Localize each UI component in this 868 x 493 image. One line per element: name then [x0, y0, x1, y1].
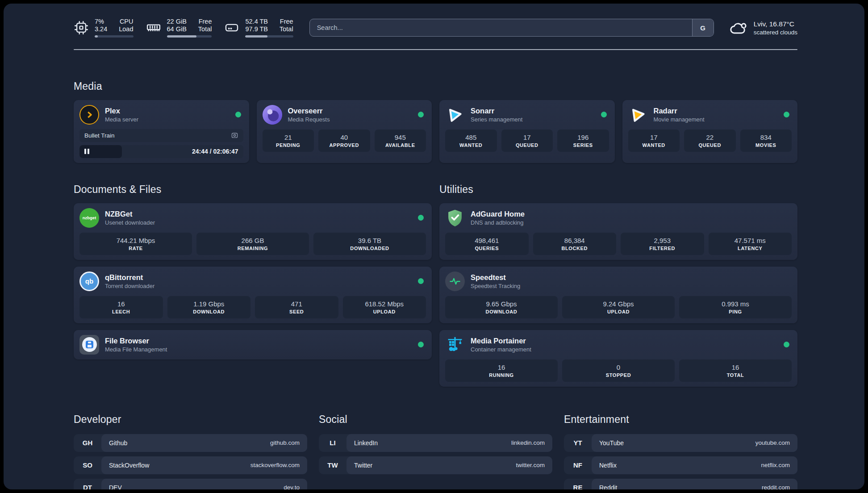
bookmark-url: twitter.com	[516, 462, 545, 468]
app-card-speedtest[interactable]: Speedtest Speedtest Tracking 9.65 GbpsDO…	[439, 267, 797, 323]
bookmark-group-social: Social LI LinkedInlinkedin.com TW Twitte…	[319, 414, 552, 490]
stat-value: 47.571 ms	[734, 237, 766, 244]
section-title-developer: Developer	[74, 414, 307, 426]
app-card-qbittorrent[interactable]: qb qBittorrent Torrent downloader 16LEEC…	[74, 267, 432, 323]
app-description: Movie management	[654, 116, 705, 123]
stat-value: 744.21 Mbps	[117, 237, 155, 244]
filebrowser-logo-icon	[79, 335, 99, 355]
bookmark-dev[interactable]: DT DEVdev.to	[74, 479, 307, 490]
stat-label: SERIES	[573, 142, 593, 148]
bookmark-group-entertainment: Entertainment YT YouTubeyoutube.com NF N…	[564, 414, 797, 490]
bookmark-reddit[interactable]: RE Redditreddit.com	[564, 479, 797, 490]
stat-value: 834	[760, 134, 772, 141]
bookmark-linkedin[interactable]: LI LinkedInlinkedin.com	[319, 434, 552, 452]
bookmark-stackoverflow[interactable]: SO StackOverflowstackoverflow.com	[74, 456, 307, 474]
playback-time: 24:44 / 02:06:47	[192, 148, 238, 155]
portainer-logo-icon	[445, 335, 465, 355]
app-name: Speedtest	[471, 273, 520, 282]
stat-label: STOPPED	[606, 372, 631, 378]
bookmark-twitter[interactable]: TW Twittertwitter.com	[319, 456, 552, 474]
stat-value: 17	[650, 134, 658, 141]
stat-label: UPLOAD	[607, 309, 630, 314]
stat-value: 16	[498, 363, 505, 371]
stat-value: 16	[732, 363, 739, 371]
app-description: Torrent downloader	[105, 283, 154, 289]
stat-label: AVAILABLE	[385, 142, 415, 148]
stat-tile: 86,384BLOCKED	[533, 233, 617, 255]
app-card-filebrowser[interactable]: File Browser Media File Management	[74, 330, 432, 359]
bookmark-url: youtube.com	[755, 439, 790, 446]
app-card-plex[interactable]: Plex Media server Bullet Train 24:44 / 0…	[74, 100, 249, 163]
status-dot	[784, 342, 789, 347]
stat-value: 196	[577, 134, 588, 141]
status-dot	[601, 112, 607, 117]
bookmark-github[interactable]: GH Githubgithub.com	[74, 434, 307, 452]
app-description: Media Requests	[288, 116, 330, 123]
status-dot	[418, 112, 424, 117]
cpu-progress-fill	[95, 35, 98, 38]
app-name: qBittorrent	[105, 273, 154, 282]
bookmark-youtube[interactable]: YT YouTubeyoutube.com	[564, 434, 797, 452]
app-card-radarr[interactable]: Radarr Movie management 17WANTED 22QUEUE…	[622, 100, 798, 163]
app-card-nzbget[interactable]: nzbget NZBGet Usenet downloader 744.21 M…	[74, 203, 432, 260]
cloud-icon	[728, 18, 748, 38]
search-input[interactable]	[310, 19, 692, 36]
stat-value: 618.52 Mbps	[365, 300, 404, 308]
sonarr-logo-icon	[445, 105, 465, 125]
top-bar: 7% CPU 3.24 Load	[74, 15, 797, 40]
stat-tile: 9.65 GbpsDOWNLOAD	[445, 296, 558, 318]
memory-icon	[146, 20, 161, 35]
cpu-icon	[74, 20, 89, 35]
section-utilities: Utilities AdGuard Home	[439, 184, 797, 387]
stat-value: 39.6 TB	[358, 237, 381, 244]
cpu-load-label: Load	[119, 25, 133, 33]
stat-tile: 17WANTED	[628, 130, 680, 152]
plex-now-playing: Bullet Train 24:44 / 02:06:47	[79, 129, 243, 158]
bookmark-url: reddit.com	[762, 484, 790, 489]
stat-value: 0.993 ms	[722, 300, 749, 308]
bookmark-abbr: GH	[74, 434, 101, 452]
system-stats: 7% CPU 3.24 Load	[74, 18, 293, 38]
memory-progress-fill	[167, 35, 197, 38]
stat-tile: 2,953FILTERED	[621, 233, 704, 255]
app-name: Radarr	[654, 107, 705, 115]
stat-tile: 196SERIES	[557, 130, 609, 152]
stat-label: UPLOAD	[373, 309, 396, 314]
storage-total-label: Total	[280, 25, 293, 33]
pause-button[interactable]	[84, 149, 89, 154]
search-provider-button[interactable]: G	[692, 19, 714, 36]
app-card-adguard-home[interactable]: AdGuard Home DNS and adblocking 498,461Q…	[439, 203, 797, 260]
stat-label: MOVIES	[755, 142, 776, 148]
stat-tile: 47.571 msLATENCY	[709, 233, 792, 255]
bookmark-abbr: RE	[564, 479, 592, 490]
app-card-sonarr[interactable]: Sonarr Series management 485WANTED 17QUE…	[439, 100, 615, 163]
bookmark-abbr: TW	[319, 456, 346, 474]
cpu-stat-widget: 7% CPU 3.24 Load	[74, 18, 134, 38]
bookmark-netflix[interactable]: NF Netflixnetflix.com	[564, 456, 797, 474]
stat-tile: 16TOTAL	[679, 359, 792, 382]
app-card-portainer[interactable]: Media Portainer Container management 16R…	[439, 330, 797, 387]
bookmark-group-developer: Developer GH Githubgithub.com SO StackOv…	[74, 414, 307, 490]
app-card-overseerr[interactable]: Overseerr Media Requests 21PENDING 40APP…	[257, 100, 432, 163]
stat-label: TOTAL	[727, 372, 744, 378]
stat-value: 1.19 Gbps	[193, 300, 224, 308]
section-documents-files: Documents & Files nzbget NZBGet Usenet d…	[74, 184, 432, 359]
memory-progress-track	[167, 35, 212, 38]
stat-label: PING	[729, 309, 742, 314]
status-dot	[418, 278, 424, 284]
stat-tile: 0STOPPED	[562, 359, 675, 382]
stat-label: BLOCKED	[561, 246, 588, 251]
storage-progress-fill	[245, 35, 267, 38]
bookmark-name: Reddit	[599, 484, 617, 490]
nzbget-logo-icon: nzbget	[79, 208, 99, 228]
app-description: Media File Management	[105, 346, 167, 353]
section-title-utilities: Utilities	[439, 184, 797, 196]
app-description: Media server	[105, 116, 138, 123]
stat-tile: 0.993 msPING	[679, 296, 792, 318]
stat-label: DOWNLOAD	[486, 309, 517, 314]
stat-label: FILTERED	[649, 246, 675, 251]
storage-free-value: 52.4 TB	[245, 18, 268, 25]
stat-label: PENDING	[276, 142, 300, 148]
cpu-progress-track	[95, 35, 134, 38]
section-title-entertainment: Entertainment	[564, 414, 797, 426]
